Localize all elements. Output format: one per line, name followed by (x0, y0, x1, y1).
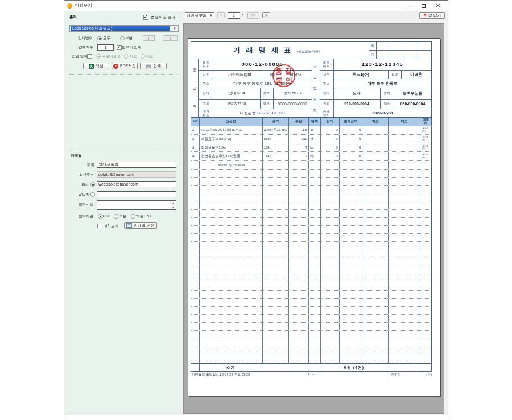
minimize-button[interactable] (401, 1, 416, 11)
items-cell (420, 178, 431, 185)
desktop-background: 미리보기 ✕ 출력 출력후 창 닫기 L655 Series(네트워크) ▼ 인… (0, 0, 512, 420)
items-cell: 14kg (263, 152, 289, 160)
items-cell (200, 242, 262, 249)
duplex-landscape-radio[interactable] (124, 54, 129, 59)
duplex-label: 양면 인쇄 (72, 54, 88, 59)
prev-page-button[interactable]: < (217, 12, 225, 18)
items-table-row (191, 210, 431, 218)
email-preview-checkbox[interactable] (97, 224, 102, 229)
maximize-button[interactable] (416, 1, 431, 11)
items-cell (420, 347, 431, 355)
items-cell (389, 234, 420, 241)
items-cell (263, 331, 289, 338)
close-window-button[interactable]: ✕ 창 닫기 (419, 12, 445, 19)
items-cell (340, 266, 363, 274)
items-cell (340, 218, 363, 225)
print-button[interactable]: 인쇄 (140, 63, 167, 69)
collate-checkbox[interactable] (117, 45, 122, 50)
items-cell (289, 347, 309, 355)
scroll-up-icon[interactable]: ▲ (172, 201, 175, 205)
range-partial-radio[interactable] (120, 36, 125, 41)
items-cell (389, 193, 420, 201)
items-cell (309, 193, 320, 201)
items-cell (191, 355, 200, 363)
items-cell: 청정원물엿18kg (200, 143, 262, 151)
party-blocks: 공급자 등록번호 000-12-00000 상호 시소이드light 성명 (191, 59, 431, 118)
printer-select[interactable]: L655 Series(네트워크) ▼ (69, 25, 179, 32)
attach-excel-pdf-label: 엑셀+PDF (136, 214, 153, 219)
items-header-cell: 규격 (263, 118, 289, 126)
email-company-input[interactable] (97, 181, 176, 187)
items-cell (389, 126, 420, 134)
close-button[interactable]: ✕ (431, 1, 445, 11)
current-page-input[interactable] (228, 12, 240, 19)
range-to-input[interactable] (163, 35, 178, 41)
items-cell (309, 282, 320, 290)
email-company-radio[interactable] (90, 182, 95, 187)
items-cell (340, 347, 363, 355)
items-cell (389, 152, 420, 160)
items-table-row (191, 258, 431, 266)
items-table-row (191, 186, 431, 193)
excel-button[interactable]: X 엑셀 (83, 63, 109, 69)
zoom-mode-select[interactable]: 페이지맞춤 ▼ (185, 12, 214, 18)
footer-receiver-label: 인수자 (391, 372, 400, 377)
scroll-down-icon[interactable]: ▼ (172, 205, 175, 209)
next-page-button[interactable]: > (262, 12, 270, 18)
items-cell (362, 161, 389, 169)
close-after-output-label: 출력후 창 닫기 (151, 15, 175, 20)
items-cell (362, 347, 389, 355)
subtotal-cell (191, 364, 200, 372)
email-manager-radio[interactable] (90, 192, 95, 197)
supplier-tel-label: 전화 (199, 100, 213, 109)
items-cell (200, 331, 262, 338)
range-from-input[interactable] (143, 35, 155, 41)
email-subject-input[interactable] (97, 162, 176, 168)
copies-input[interactable] (97, 44, 114, 51)
document-subtitle: (공급받는자용) (297, 50, 320, 53)
items-cell: ====이하여백==== (200, 161, 262, 169)
items-cell (420, 282, 431, 290)
attach-excel-radio[interactable] (114, 214, 118, 219)
buyer-item: 농축수산물 (394, 88, 431, 99)
items-cell (309, 218, 320, 225)
supplier-biz: 업태1234 (213, 88, 260, 99)
printer-select-chevron-icon[interactable]: ▼ (171, 26, 178, 31)
attach-excel-pdf-radio[interactable] (131, 214, 135, 219)
items-cell (309, 242, 320, 249)
pdf-save-button[interactable]: ▼ PDF저장 (112, 63, 138, 69)
items-cell (362, 152, 389, 160)
items-cell (362, 218, 389, 225)
duplex-portrait-radio[interactable] (141, 54, 145, 59)
document-page: 거 래 명 세 표 (공급받는자용) 확인 공급자 등록번호 000-12-00… (188, 38, 440, 396)
items-table-row: 1(씨프원)스파게티미트소스2kg파우치.캡O1.8봉00푸드1(주) (191, 126, 431, 135)
items-cell (200, 266, 262, 274)
printer-selected-value: L655 Series(네트워크) (71, 26, 170, 31)
items-cell: 1 (191, 126, 200, 134)
attach-excel-label: 엑셀 (119, 214, 126, 219)
items-cell (289, 250, 309, 258)
email-manager-input[interactable] (97, 191, 176, 197)
items-cell (200, 170, 262, 177)
items-table-row (191, 339, 431, 347)
items-cell (362, 143, 389, 151)
items-cell (309, 161, 320, 169)
textarea-scrollbar[interactable]: ▲▼ (171, 201, 175, 209)
items-cell (200, 323, 262, 330)
range-all-radio[interactable] (97, 36, 102, 41)
duplex-printer-setting-radio[interactable] (96, 54, 101, 59)
items-cell (200, 355, 262, 363)
preview-area[interactable]: 거 래 명 세 표 (공급받는자용) 확인 공급자 등록번호 000-12-00… (183, 23, 444, 414)
items-header-cell: 합계금액 (340, 118, 363, 126)
items-cell (389, 258, 420, 266)
email-reply-input[interactable] (97, 171, 176, 178)
buyer-tel: 010-000-0004 (334, 100, 380, 109)
items-table-row (191, 307, 431, 315)
close-after-output-checkbox[interactable] (143, 15, 148, 20)
duplex-checkbox[interactable] (87, 54, 92, 59)
items-cell: 18kg (263, 143, 289, 151)
attach-pdf-radio[interactable] (98, 214, 102, 219)
email-content-textarea[interactable]: ▲▼ (97, 200, 176, 210)
send-email-button[interactable]: 이메일 전송 (124, 222, 157, 229)
items-table-row: 2매일요구르트/(D-2)65ml250개00푸드1(주) (191, 135, 431, 143)
